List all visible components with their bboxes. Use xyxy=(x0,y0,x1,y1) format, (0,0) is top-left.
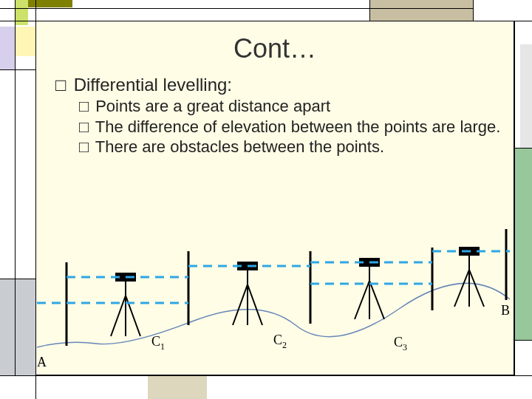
diagram-label-c1: C1 xyxy=(151,334,165,352)
deco-line xyxy=(0,8,473,9)
deco-line xyxy=(0,279,35,279)
deco-block xyxy=(520,44,532,148)
deco-line xyxy=(473,0,474,21)
svg-line-21 xyxy=(454,270,469,307)
svg-line-11 xyxy=(233,284,248,325)
diagram-label-c2: C2 xyxy=(273,332,287,351)
deco-line xyxy=(514,340,532,341)
diagram-label-a: A xyxy=(37,355,47,370)
deco-line xyxy=(369,0,370,21)
deco-line xyxy=(0,69,35,70)
deco-line xyxy=(514,148,532,149)
bullet-marker: □ xyxy=(79,137,91,157)
deco-line xyxy=(15,0,16,375)
slide-body: □ Differential levelling: □ Points are a… xyxy=(55,74,514,157)
sub-bullet: □ Points are a great distance apart xyxy=(79,96,514,117)
svg-line-7 xyxy=(126,296,140,336)
deco-block xyxy=(514,148,532,340)
diagram-label-c3: C3 xyxy=(394,335,407,353)
slide: Cont… □ Differential levelling: □ Points… xyxy=(0,0,532,399)
svg-line-12 xyxy=(248,284,262,325)
deco-line xyxy=(0,21,532,21)
slide-title: Cont… xyxy=(35,33,514,64)
svg-line-16 xyxy=(355,281,369,319)
diagram-label-b: B xyxy=(501,303,510,318)
deco-line xyxy=(514,21,515,375)
deco-block xyxy=(0,27,15,69)
levelling-diagram: A B C1 C2 C3 xyxy=(37,229,510,369)
deco-line xyxy=(0,375,532,376)
bullet-text: The difference of elevation between the … xyxy=(95,117,501,136)
bullet-marker: □ xyxy=(79,96,91,117)
sub-bullet: □ There are obstacles between the points… xyxy=(79,137,514,157)
deco-block xyxy=(148,375,207,399)
bullet-text: Points are a great distance apart xyxy=(95,97,330,115)
deco-block xyxy=(369,0,473,21)
svg-line-22 xyxy=(469,270,484,307)
deco-block xyxy=(0,279,35,375)
bullet-text: Differential levelling: xyxy=(74,75,232,95)
deco-block xyxy=(15,27,35,56)
bullet-marker: □ xyxy=(55,74,69,96)
bullet-text: There are obstacles between the points. xyxy=(95,137,384,156)
deco-block xyxy=(28,0,72,7)
sub-bullet: □ The difference of elevation between th… xyxy=(79,117,514,137)
bullet-marker: □ xyxy=(79,117,91,137)
bullet-main: □ Differential levelling: xyxy=(55,74,514,96)
svg-line-17 xyxy=(369,281,384,319)
svg-line-6 xyxy=(111,296,126,336)
